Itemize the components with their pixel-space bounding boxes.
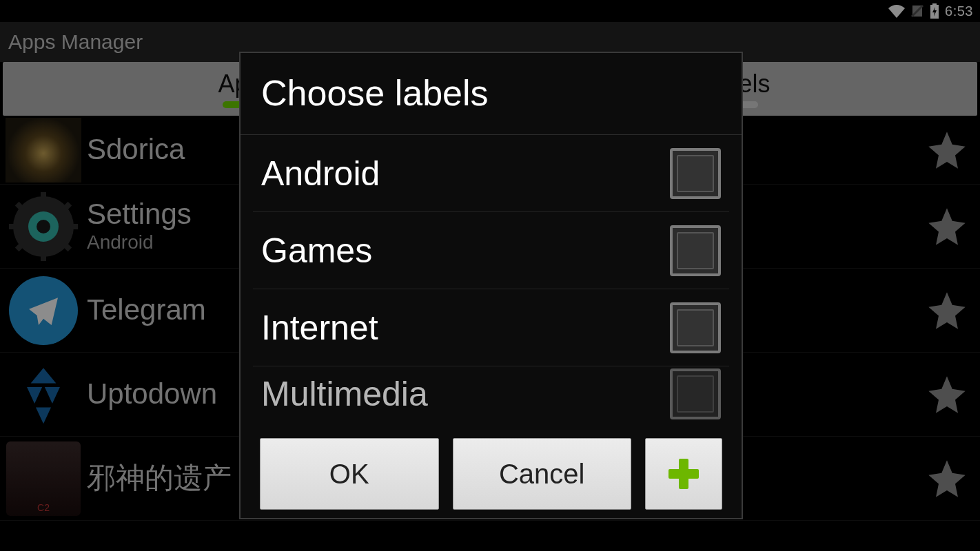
label-row-multimedia[interactable]: Multimedia	[253, 366, 729, 422]
svg-rect-3	[932, 3, 937, 6]
svg-point-15	[37, 220, 50, 233]
status-bar: 6:53	[0, 0, 980, 22]
star-icon[interactable]	[925, 289, 969, 333]
choose-labels-dialog: Choose labels Android Games Internet Mul…	[239, 52, 743, 519]
cancel-button[interactable]: Cancel	[453, 438, 632, 510]
no-sim-icon	[910, 4, 924, 18]
label-text: Internet	[261, 308, 378, 348]
app-icon-sdorica	[6, 118, 81, 183]
checkbox[interactable]	[670, 148, 721, 199]
svg-marker-16	[31, 368, 57, 383]
svg-rect-6	[41, 192, 46, 205]
star-icon[interactable]	[925, 373, 969, 417]
label-text: Multimedia	[261, 374, 428, 414]
svg-marker-19	[36, 407, 51, 424]
label-text: Android	[261, 154, 380, 194]
plus-icon	[668, 459, 699, 489]
dialog-button-bar: OK Cancel	[241, 430, 742, 518]
svg-rect-7	[41, 249, 46, 261]
svg-rect-8	[9, 224, 21, 229]
ok-button[interactable]: OK	[260, 438, 439, 510]
dialog-label-list: Android Games Internet Multimedia	[241, 135, 742, 430]
svg-marker-18	[45, 386, 60, 403]
checkbox[interactable]	[670, 225, 721, 276]
cancel-button-label: Cancel	[499, 459, 585, 490]
ok-button-label: OK	[329, 459, 369, 490]
dialog-title: Choose labels	[241, 53, 742, 135]
checkbox[interactable]	[670, 368, 721, 419]
battery-charging-icon	[930, 3, 939, 19]
app-icon-telegram	[6, 273, 81, 349]
app-icon-game: C2	[6, 441, 81, 517]
label-row-games[interactable]: Games	[253, 212, 729, 289]
svg-marker-17	[27, 386, 42, 403]
status-time: 6:53	[945, 3, 973, 19]
star-icon[interactable]	[925, 457, 969, 501]
star-icon[interactable]	[925, 128, 969, 172]
label-text: Games	[261, 231, 372, 271]
label-row-android[interactable]: Android	[253, 135, 729, 212]
app-icon-settings	[6, 189, 81, 264]
svg-rect-9	[65, 224, 78, 229]
app-icon-uptodown	[6, 357, 81, 433]
checkbox[interactable]	[670, 302, 721, 353]
star-icon[interactable]	[925, 205, 969, 249]
add-label-button[interactable]	[645, 438, 722, 510]
wifi-icon	[888, 4, 905, 18]
label-row-internet[interactable]: Internet	[253, 289, 729, 366]
page-title: Apps Manager	[8, 30, 143, 54]
